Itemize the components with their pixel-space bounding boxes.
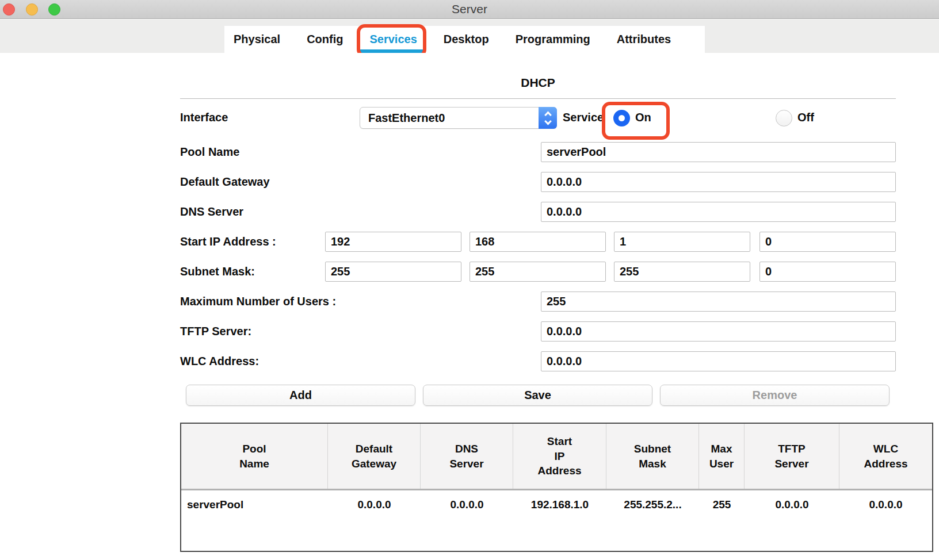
window-title: Server [0, 2, 939, 16]
add-button[interactable]: Add [186, 385, 415, 406]
col-header-tftp-server: TFTP Server [745, 424, 839, 489]
interface-select[interactable]: FastEthernet0 [360, 107, 557, 129]
tab-desktop[interactable]: Desktop [444, 26, 489, 53]
start-ip-octet-1[interactable] [325, 232, 461, 252]
table-row[interactable]: serverPool 0.0.0.0 0.0.0.0 192.168.1.0 2… [181, 490, 932, 550]
start-ip-octet-2[interactable] [469, 232, 606, 252]
col-header-default-gateway: Default Gateway [328, 424, 421, 489]
subnet-mask-octet-2[interactable] [469, 262, 606, 282]
default-gateway-input[interactable] [541, 172, 896, 192]
dns-server-input[interactable] [541, 202, 896, 222]
wlc-address-input[interactable] [541, 351, 896, 371]
service-on-radio[interactable] [613, 110, 630, 126]
remove-button[interactable]: Remove [660, 385, 890, 406]
interface-select-value: FastEthernet0 [360, 112, 539, 125]
interface-label: Interface [180, 111, 228, 124]
select-stepper-icon [539, 107, 557, 129]
cell-subnet-mask: 255.255.2... [606, 490, 699, 550]
col-header-wlc-address: WLC Address [839, 424, 932, 489]
tab-bar: Physical Config Services Desktop Program… [224, 26, 705, 53]
panel-title: DHCP [180, 76, 896, 90]
dns-server-label: DNS Server [180, 205, 243, 218]
heading-divider [180, 98, 896, 99]
max-users-label: Maximum Number of Users : [180, 295, 336, 308]
tab-physical[interactable]: Physical [234, 26, 280, 53]
cell-default-gateway: 0.0.0.0 [328, 490, 421, 550]
cell-tftp-server: 0.0.0.0 [745, 490, 839, 550]
tftp-server-input[interactable] [541, 321, 896, 342]
col-header-pool-name: Pool Name [181, 424, 328, 489]
start-ip-label: Start IP Address : [180, 235, 276, 248]
wlc-address-label: WLC Address: [180, 355, 259, 368]
col-header-dns-server: DNS Server [421, 424, 513, 489]
start-ip-octet-3[interactable] [614, 232, 750, 252]
dhcp-pools-table: Pool Name Default Gateway DNS Server Sta… [180, 423, 933, 552]
subnet-mask-octet-4[interactable] [759, 262, 896, 282]
tab-config[interactable]: Config [307, 26, 343, 53]
table-header-row: Pool Name Default Gateway DNS Server Sta… [181, 424, 932, 490]
service-on-label: On [635, 111, 651, 124]
tab-zone: Physical Config Services Desktop Program… [0, 20, 939, 53]
service-off-radio[interactable] [776, 110, 792, 126]
default-gateway-label: Default Gateway [180, 175, 270, 189]
dhcp-panel: DHCP Interface FastEthernet0 Service On … [0, 53, 939, 560]
cell-start-ip: 192.168.1.0 [513, 490, 606, 550]
col-header-subnet-mask: Subnet Mask [606, 424, 699, 489]
service-off-label: Off [797, 111, 814, 124]
cell-max-user: 255 [699, 490, 745, 550]
tftp-server-label: TFTP Server: [180, 325, 251, 338]
pool-name-input[interactable] [541, 142, 896, 162]
cell-wlc-address: 0.0.0.0 [839, 490, 932, 550]
start-ip-octet-4[interactable] [759, 232, 896, 252]
subnet-mask-octet-1[interactable] [325, 262, 461, 282]
cell-dns-server: 0.0.0.0 [421, 490, 513, 550]
max-users-input[interactable] [541, 291, 896, 312]
col-header-max-user: Max User [699, 424, 745, 489]
tab-programming[interactable]: Programming [516, 26, 590, 53]
tab-attributes[interactable]: Attributes [617, 26, 671, 53]
service-label: Service [563, 111, 604, 124]
subnet-mask-label: Subnet Mask: [180, 265, 255, 278]
pool-name-label: Pool Name [180, 145, 239, 159]
subnet-mask-octet-3[interactable] [614, 262, 750, 282]
cell-pool-name: serverPool [181, 490, 328, 550]
col-header-start-ip: Start IP Address [513, 424, 606, 489]
tab-services[interactable]: Services [369, 26, 417, 53]
window-titlebar: Server [0, 0, 939, 19]
save-button[interactable]: Save [423, 385, 652, 406]
